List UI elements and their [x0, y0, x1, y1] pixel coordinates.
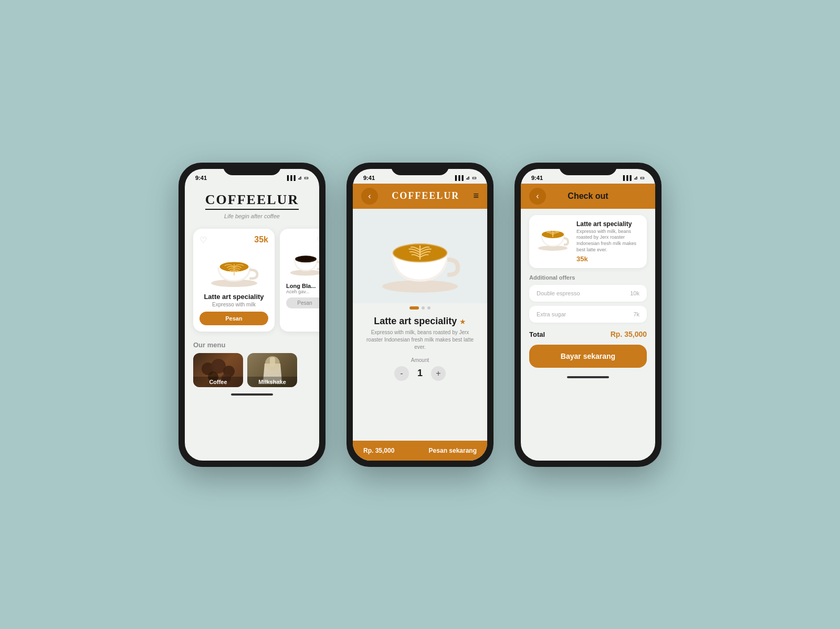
- s1-cards-row: ♡ 35k: [185, 223, 319, 337]
- hamburger-icon-2[interactable]: ≡: [473, 190, 479, 201]
- svg-point-4: [297, 256, 314, 261]
- total-value: Rp. 35,000: [611, 330, 647, 338]
- favorite-icon-2[interactable]: ♡: [317, 236, 319, 244]
- back-button-2[interactable]: ‹: [361, 188, 378, 205]
- product-desc-2: Expresso with milk, beans roasted by Jer…: [363, 329, 477, 351]
- svg-point-12: [382, 280, 458, 292]
- status-time-3: 9:41: [531, 175, 543, 181]
- card-name-1: Latte art speciality: [200, 293, 268, 301]
- product-card-1[interactable]: ♡ 35k: [193, 229, 275, 332]
- back-arrow-2: ‹: [368, 191, 371, 201]
- notch-1: [223, 163, 281, 175]
- wifi-icon-2: ⊿: [466, 175, 470, 180]
- card-sub-1: Expresso with milk: [200, 302, 268, 307]
- dot-1-active: [410, 306, 419, 310]
- notch-3: [559, 163, 617, 175]
- amount-section: Amount - 1 +: [353, 354, 487, 384]
- svg-point-11: [265, 356, 280, 371]
- order-bar[interactable]: Rp. 35,000 Pesan sekarang: [353, 441, 487, 461]
- quantity-control: - 1 +: [363, 366, 477, 381]
- status-icons-2: ▐▐▐ ⊿ ▭: [454, 175, 477, 180]
- amount-label: Amount: [363, 357, 477, 363]
- card-sub-2-partial: Aceh gav...: [286, 289, 319, 294]
- battery-icon: ▭: [304, 175, 309, 180]
- quantity-value: 1: [417, 368, 423, 379]
- screen-3-content: ‹ Check out: [521, 184, 655, 461]
- product-card-2[interactable]: ♡ Long Bla... Aceh gav... Pesan: [280, 229, 319, 332]
- image-dots: [353, 303, 487, 313]
- battery-icon-2: ▭: [472, 175, 477, 180]
- phone-1: 9:41 ▐▐▐ ⊿ ▭ COFFEELUR Life begin after …: [178, 163, 326, 467]
- menu-item-milkshake[interactable]: Milkshake: [247, 353, 297, 387]
- phone-3: 9:41 ▐▐▐ ⊿ ▭ ‹ Check out: [514, 163, 662, 467]
- status-time-1: 9:41: [195, 175, 207, 181]
- checkout-latte-cup: [534, 220, 571, 252]
- bayar-sekarang-button[interactable]: Bayar sekarang: [529, 345, 647, 368]
- home-indicator-3: [567, 376, 609, 378]
- home-indicator-1: [231, 393, 273, 396]
- back-button-3[interactable]: ‹: [529, 188, 546, 205]
- pesan-button-2[interactable]: Pesan: [286, 297, 319, 308]
- additional-offers-title: Additional offers: [521, 272, 655, 283]
- phone-1-screen: 9:41 ▐▐▐ ⊿ ▭ COFFEELUR Life begin after …: [185, 169, 319, 461]
- back-arrow-3: ‹: [536, 191, 539, 201]
- notch-2: [391, 163, 449, 175]
- total-row: Total Rp. 35,000: [521, 325, 655, 342]
- dot-2: [422, 306, 425, 310]
- offer-row-2[interactable]: Extra sugar 7k: [529, 306, 647, 323]
- card-name-2-partial: Long Bla...: [286, 283, 319, 289]
- black-coffee-image: [286, 244, 319, 279]
- dot-3: [427, 306, 430, 310]
- logo-2: COFFEELUR: [392, 190, 459, 201]
- checkout-title: Check out: [568, 191, 608, 201]
- rating-star: ★: [459, 317, 466, 326]
- offer-name-2: Extra sugar: [537, 311, 566, 317]
- latte-cup-large: [373, 215, 467, 296]
- status-time-2: 9:41: [363, 175, 375, 181]
- screen-1-content: COFFEELUR Life begin after coffee ♡ 35k: [185, 184, 319, 461]
- s2-product-name-row: Latte art speciality ★: [363, 316, 477, 327]
- checkout-item-image: [534, 220, 571, 252]
- offer-price-2: 7k: [633, 311, 639, 317]
- pesan-button-1[interactable]: Pesan: [200, 312, 268, 325]
- checkout-item-desc: Expresso with milk, beans roasted by Jer…: [576, 229, 642, 253]
- menu-item-coffee[interactable]: Coffee: [193, 353, 243, 387]
- screen-2-content: ‹ COFFEELUR ≡: [353, 184, 487, 461]
- s3-topbar: ‹ Check out: [521, 184, 655, 209]
- product-name-2: Latte art speciality: [374, 316, 457, 326]
- wifi-icon: ⊿: [298, 175, 302, 180]
- offer-price-1: 10k: [630, 290, 639, 296]
- menu-label-coffee: Coffee: [193, 377, 243, 387]
- battery-icon-3: ▭: [640, 175, 645, 180]
- order-price: Rp. 35,000: [363, 447, 394, 454]
- card-price-1: 35k: [254, 235, 268, 244]
- app-tagline: Life begin after coffee: [195, 213, 309, 219]
- status-icons-1: ▐▐▐ ⊿ ▭: [286, 175, 309, 180]
- signal-icon: ▐▐▐: [286, 175, 296, 180]
- checkout-item-details: Latte art speciality Expresso with milk,…: [576, 220, 642, 263]
- menu-title: Our menu: [193, 341, 311, 349]
- phone-2: 9:41 ▐▐▐ ⊿ ▭ ‹ COFFEELUR ≡: [346, 163, 494, 467]
- status-icons-3: ▐▐▐ ⊿ ▭: [622, 175, 645, 180]
- favorite-icon-1[interactable]: ♡: [200, 235, 207, 245]
- phones-container: 9:41 ▐▐▐ ⊿ ▭ COFFEELUR Life begin after …: [178, 163, 662, 467]
- quantity-minus[interactable]: -: [394, 366, 409, 381]
- s1-menu-section: Our menu: [185, 337, 319, 391]
- menu-items-row: Coffee Milkshake: [193, 353, 311, 387]
- wifi-icon-3: ⊿: [634, 175, 638, 180]
- phone-2-screen: 9:41 ▐▐▐ ⊿ ▭ ‹ COFFEELUR ≡: [353, 169, 487, 461]
- total-label: Total: [529, 331, 545, 338]
- app-logo-1: COFFEELUR: [205, 192, 299, 210]
- signal-icon-3: ▐▐▐: [622, 175, 632, 180]
- checkout-item-name: Latte art speciality: [576, 220, 642, 228]
- menu-label-milkshake: Milkshake: [247, 377, 297, 387]
- s2-product-image-area: [353, 209, 487, 303]
- pesan-sekarang-button[interactable]: Pesan sekarang: [429, 447, 477, 454]
- signal-icon-2: ▐▐▐: [454, 175, 464, 180]
- offer-name-1: Double espresso: [537, 290, 580, 296]
- checkout-item-card: Latte art speciality Expresso with milk,…: [529, 215, 647, 269]
- offer-row-1[interactable]: Double espresso 10k: [529, 285, 647, 302]
- checkout-item-price: 35k: [576, 255, 642, 263]
- quantity-plus[interactable]: +: [431, 366, 446, 381]
- phone-3-screen: 9:41 ▐▐▐ ⊿ ▭ ‹ Check out: [521, 169, 655, 461]
